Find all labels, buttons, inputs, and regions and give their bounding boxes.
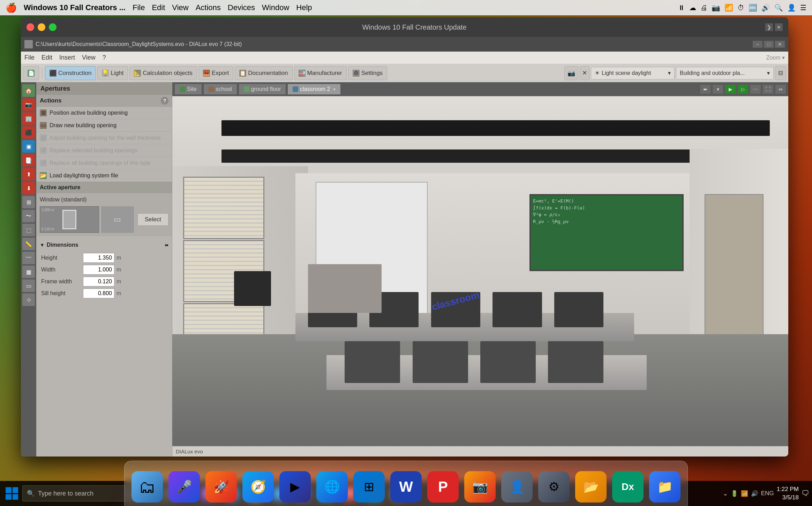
viewport-ctrl-fullscreen[interactable]: ⛶ [762,84,774,94]
manufacturer-button[interactable]: 🏭 Manufacturer [294,66,347,80]
settings-button[interactable]: ⚙ Settings [348,66,387,80]
help-menu[interactable]: Help [296,3,312,12]
construction-button[interactable]: ⬛ Construction [45,66,96,80]
sidebar-icon-curve[interactable]: 〜 [22,210,35,222]
dock-windows[interactable]: ⊞ [353,471,385,503]
tab-school[interactable]: school [203,84,237,95]
dock-launchpad[interactable]: 🚀 [205,471,237,503]
tray-volume[interactable]: 🔊 [751,490,758,497]
viewport-ctrl-size[interactable]: ⇔ [775,84,786,94]
viewport-ctrl-green1[interactable]: ▶ [725,84,736,94]
dock-safari[interactable]: 🧭 [242,471,274,503]
expand-icon[interactable]: ⬌ [165,243,168,248]
select-button[interactable]: Select [137,213,168,226]
sidebar-icon-nodes[interactable]: ⊹ [22,293,35,306]
dialux-help-menu[interactable]: ? [103,54,106,61]
sidebar-icon-rect[interactable]: ▭ [22,279,35,292]
dialux-minimize-button[interactable]: − [753,41,762,48]
menubar-icon-cloud[interactable]: ☁ [689,3,696,12]
dock-siri[interactable]: 🎤 [168,471,200,503]
dock-folder[interactable]: 📁 [649,471,681,503]
menubar-icon-camera[interactable]: 📷 [712,3,720,12]
menubar-icon-print[interactable]: 🖨 [700,4,707,12]
menubar-icon-user[interactable]: 👤 [787,3,796,12]
app-name-menu[interactable]: Windows 10 Fall Creators ... [24,3,126,12]
documentation-button[interactable]: 📋 Documentation [235,66,292,80]
apple-menu[interactable]: 🍎 [6,2,17,13]
sill-height-input[interactable] [83,289,114,298]
render-btn-right[interactable]: ✕ [580,66,589,80]
minimize-button[interactable] [38,23,45,31]
sidebar-icon-camera[interactable]: 📷 [22,98,35,111]
tray-battery[interactable]: 🔋 [731,490,738,497]
action-load[interactable]: 📂 Load daylighting system file [36,169,172,182]
tray-notifications[interactable]: 🗨 [802,489,809,498]
light-button[interactable]: 💡 Light [97,66,128,80]
dialux-edit-menu[interactable]: Edit [42,54,52,61]
scene-dropdown[interactable]: ☀ Light scene daylight ▾ [591,67,675,79]
tab-classroom2[interactable]: classroom 2 ▾ [287,84,341,95]
action-position[interactable]: ⊞ Position active building opening [36,107,172,119]
tab-ground-floor[interactable]: ground floor [239,84,286,95]
dock-ie[interactable]: 🌐 [316,471,348,503]
dock-finder[interactable]: 🗂 [131,471,163,503]
dialux-maximize-button[interactable]: □ [764,41,774,48]
dock-quicktime[interactable]: ▶ [279,471,311,503]
vm-chevron-icon[interactable]: ❯ [765,23,773,31]
file-menu[interactable]: File [133,3,145,12]
scene-3d[interactable]: E=mc², E'=E(M() ∫f(x)dx = F(b)-F(a) ∇²φ … [172,96,788,446]
dock-powerpoint[interactable]: P [427,471,459,503]
dialux-close-button[interactable]: ✕ [775,41,785,48]
height-input[interactable] [83,253,114,263]
frame-width-input[interactable] [83,277,114,286]
close-button[interactable] [27,23,34,31]
fullscreen-button[interactable] [49,23,57,31]
dialux-file-menu[interactable]: File [24,54,35,61]
tray-network[interactable]: 📶 [741,490,748,497]
collapse-icon[interactable]: ▼ [40,242,45,248]
sidebar-icon-table[interactable]: ⊞ [22,196,35,208]
menubar-icon-wifi[interactable]: 📶 [724,3,733,12]
render-btn-left[interactable]: 📷 [564,66,578,80]
sidebar-icon-down[interactable]: ⬇ [22,182,35,194]
sidebar-icon-arrow[interactable]: ⬆ [22,168,35,181]
menubar-icon-menu[interactable]: ☰ [800,3,806,12]
sidebar-icon-building[interactable]: 🏢 [22,112,35,125]
dock-dialux[interactable]: Dx [612,471,644,503]
dock-photos[interactable]: 📷 [464,471,496,503]
export-button[interactable]: 📤 Export [198,66,233,80]
vm-close-icon[interactable]: ✕ [775,23,783,31]
dock-word[interactable]: W [390,471,422,503]
window-menu[interactable]: Window [262,3,289,12]
width-input[interactable] [83,265,114,275]
tray-language[interactable]: ENG [761,490,774,497]
viewport-ctrl-dropdown[interactable]: ▾ [712,84,723,94]
sidebar-icon-3d[interactable]: ⬚ [22,224,35,236]
classroom2-tab-dropdown[interactable]: ▾ [333,86,336,92]
help-button[interactable]: ? [161,97,168,105]
start-button[interactable] [3,484,21,503]
devices-menu[interactable]: Devices [228,3,255,12]
calc-objects-button[interactable]: 📐 Calculation objects [129,66,197,80]
tray-show-hidden[interactable]: ⌄ [723,490,728,497]
dock-files[interactable]: 📂 [575,471,607,503]
viewport-ctrl-arrows[interactable]: ⬌ [700,84,711,94]
dock-sysprefs[interactable]: ⚙ [538,471,570,503]
sidebar-icon-measure[interactable]: 📏 [22,238,35,250]
actions-menu[interactable]: Actions [196,3,221,12]
sidebar-icon-frame[interactable]: ▣ [22,140,35,153]
menubar-icon-volume[interactable]: 🔊 [761,3,770,12]
sidebar-icon-wave[interactable]: 〰 [22,252,35,264]
action-draw[interactable]: ▭ Draw new building opening [36,119,172,132]
view-menu[interactable]: View [172,3,188,12]
sidebar-icon-home[interactable]: 🏠 [22,84,35,97]
menubar-icon-pause[interactable]: ⏸ [678,4,685,12]
sidebar-icon-layers[interactable]: 📑 [22,154,35,167]
view-dropdown[interactable]: Building and outdoor pla... ▾ [676,67,774,79]
dock-person[interactable]: 👤 [501,471,533,503]
tab-site[interactable]: Site [174,84,202,95]
taskbar-clock[interactable]: 1:22 PM 3/5/18 [777,485,799,502]
sidebar-icon-grid[interactable]: ▦ [22,266,35,278]
display-options-btn[interactable]: ⊟ [775,66,786,80]
menubar-icon-search[interactable]: 🔍 [774,3,783,12]
